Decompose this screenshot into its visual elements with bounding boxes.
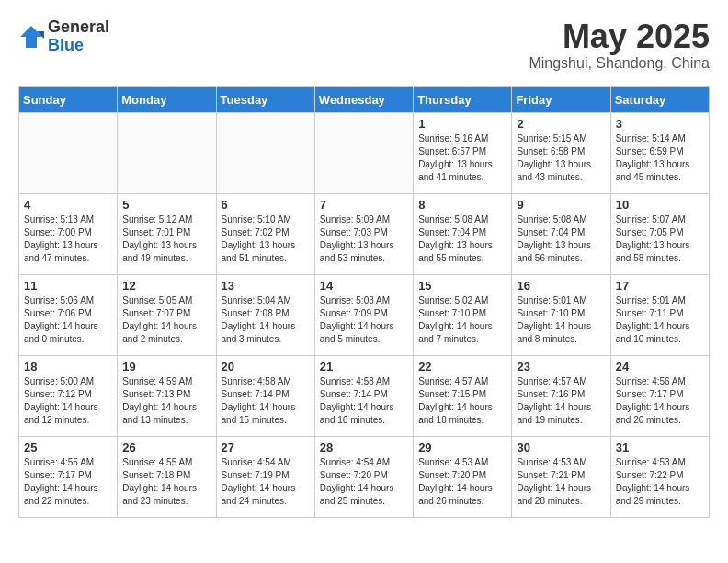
header-friday: Friday [512,86,610,112]
calendar-cell: 28Sunrise: 4:54 AM Sunset: 7:20 PM Dayli… [314,436,413,517]
day-info: Sunrise: 4:56 AM Sunset: 7:17 PM Dayligh… [616,375,704,427]
calendar-cell: 14Sunrise: 5:03 AM Sunset: 7:09 PM Dayli… [314,274,413,355]
logo-icon [18,24,44,50]
day-number: 8 [418,198,506,212]
day-info: Sunrise: 5:04 AM Sunset: 7:08 PM Dayligh… [222,294,310,346]
day-info: Sunrise: 5:08 AM Sunset: 7:04 PM Dayligh… [418,213,506,265]
day-info: Sunrise: 5:07 AM Sunset: 7:05 PM Dayligh… [616,213,704,265]
calendar-cell: 11Sunrise: 5:06 AM Sunset: 7:06 PM Dayli… [19,274,118,355]
day-number: 16 [517,279,605,293]
calendar-cell [314,112,413,193]
day-info: Sunrise: 5:02 AM Sunset: 7:10 PM Dayligh… [418,294,506,346]
calendar-cell: 1Sunrise: 5:16 AM Sunset: 6:57 PM Daylig… [414,112,512,193]
day-info: Sunrise: 5:01 AM Sunset: 7:11 PM Dayligh… [616,294,704,346]
calendar-cell: 25Sunrise: 4:55 AM Sunset: 7:17 PM Dayli… [19,436,118,517]
calendar-cell: 5Sunrise: 5:12 AM Sunset: 7:01 PM Daylig… [118,193,216,274]
day-info: Sunrise: 4:55 AM Sunset: 7:18 PM Dayligh… [122,456,210,508]
day-number: 22 [418,360,506,373]
day-number: 11 [24,279,112,293]
day-number: 19 [122,360,210,373]
calendar-cell: 17Sunrise: 5:01 AM Sunset: 7:11 PM Dayli… [610,274,709,355]
day-number: 31 [616,441,704,454]
day-info: Sunrise: 5:13 AM Sunset: 7:00 PM Dayligh… [24,213,112,265]
day-number: 10 [616,198,704,212]
month-title: May 2025 [529,18,710,55]
calendar-cell: 26Sunrise: 4:55 AM Sunset: 7:18 PM Dayli… [118,436,216,517]
day-number: 29 [418,441,506,454]
day-number: 23 [517,360,605,373]
day-info: Sunrise: 5:01 AM Sunset: 7:10 PM Dayligh… [517,294,605,346]
day-number: 9 [517,198,605,212]
header-tuesday: Tuesday [216,86,314,112]
calendar-cell: 13Sunrise: 5:04 AM Sunset: 7:08 PM Dayli… [216,274,314,355]
day-number: 6 [222,198,310,212]
calendar-header-row: Sunday Monday Tuesday Wednesday Thursday… [19,86,710,112]
header-thursday: Thursday [414,86,512,112]
calendar-cell: 19Sunrise: 4:59 AM Sunset: 7:13 PM Dayli… [118,355,216,436]
calendar-cell: 4Sunrise: 5:13 AM Sunset: 7:00 PM Daylig… [19,193,118,274]
title-block: May 2025 Mingshui, Shandong, China [529,18,710,72]
day-info: Sunrise: 4:58 AM Sunset: 7:14 PM Dayligh… [222,375,310,427]
day-info: Sunrise: 4:53 AM Sunset: 7:22 PM Dayligh… [616,456,704,508]
calendar-cell: 2Sunrise: 5:15 AM Sunset: 6:58 PM Daylig… [512,112,610,193]
page-header: General Blue May 2025 Mingshui, Shandong… [18,18,710,72]
day-number: 14 [320,279,408,293]
day-number: 1 [418,117,506,131]
day-number: 15 [418,279,506,293]
week-row-2: 4Sunrise: 5:13 AM Sunset: 7:00 PM Daylig… [19,193,710,274]
location-subtitle: Mingshui, Shandong, China [529,55,710,72]
calendar-cell: 7Sunrise: 5:09 AM Sunset: 7:03 PM Daylig… [314,193,413,274]
day-number: 18 [24,360,112,373]
day-number: 4 [24,198,112,212]
day-number: 24 [616,360,704,373]
calendar-cell: 8Sunrise: 5:08 AM Sunset: 7:04 PM Daylig… [414,193,512,274]
day-number: 21 [320,360,408,373]
day-number: 17 [616,279,704,293]
day-info: Sunrise: 5:15 AM Sunset: 6:58 PM Dayligh… [517,132,605,184]
header-monday: Monday [118,86,216,112]
day-number: 13 [222,279,310,293]
day-info: Sunrise: 5:05 AM Sunset: 7:07 PM Dayligh… [122,294,210,346]
day-number: 28 [320,441,408,454]
day-info: Sunrise: 4:54 AM Sunset: 7:20 PM Dayligh… [320,456,408,508]
logo-general-text: General [48,18,109,37]
week-row-3: 11Sunrise: 5:06 AM Sunset: 7:06 PM Dayli… [19,274,710,355]
day-info: Sunrise: 5:14 AM Sunset: 6:59 PM Dayligh… [616,132,704,184]
day-number: 12 [122,279,210,293]
calendar-cell: 30Sunrise: 4:53 AM Sunset: 7:21 PM Dayli… [512,436,610,517]
week-row-5: 25Sunrise: 4:55 AM Sunset: 7:17 PM Dayli… [19,436,710,517]
day-number: 3 [616,117,704,131]
calendar-cell: 6Sunrise: 5:10 AM Sunset: 7:02 PM Daylig… [216,193,314,274]
day-info: Sunrise: 5:16 AM Sunset: 6:57 PM Dayligh… [418,132,506,184]
calendar-cell: 16Sunrise: 5:01 AM Sunset: 7:10 PM Dayli… [512,274,610,355]
header-saturday: Saturday [610,86,709,112]
calendar-cell [216,112,314,193]
calendar-cell: 15Sunrise: 5:02 AM Sunset: 7:10 PM Dayli… [414,274,512,355]
day-number: 30 [517,441,605,454]
day-info: Sunrise: 4:57 AM Sunset: 7:15 PM Dayligh… [418,375,506,427]
calendar-cell: 18Sunrise: 5:00 AM Sunset: 7:12 PM Dayli… [19,355,118,436]
day-info: Sunrise: 4:54 AM Sunset: 7:19 PM Dayligh… [222,456,310,508]
calendar-cell [118,112,216,193]
calendar-cell: 24Sunrise: 4:56 AM Sunset: 7:17 PM Dayli… [610,355,709,436]
calendar-cell: 21Sunrise: 4:58 AM Sunset: 7:14 PM Dayli… [314,355,413,436]
day-info: Sunrise: 4:57 AM Sunset: 7:16 PM Dayligh… [517,375,605,427]
calendar-cell: 12Sunrise: 5:05 AM Sunset: 7:07 PM Dayli… [118,274,216,355]
day-info: Sunrise: 5:09 AM Sunset: 7:03 PM Dayligh… [320,213,408,265]
day-info: Sunrise: 4:59 AM Sunset: 7:13 PM Dayligh… [122,375,210,427]
calendar-cell: 20Sunrise: 4:58 AM Sunset: 7:14 PM Dayli… [216,355,314,436]
day-number: 25 [24,441,112,454]
day-number: 27 [222,441,310,454]
calendar-cell [19,112,118,193]
calendar-table: Sunday Monday Tuesday Wednesday Thursday… [18,86,710,518]
svg-marker-0 [20,26,42,48]
day-info: Sunrise: 5:12 AM Sunset: 7:01 PM Dayligh… [122,213,210,265]
day-info: Sunrise: 5:10 AM Sunset: 7:02 PM Dayligh… [222,213,310,265]
day-info: Sunrise: 4:53 AM Sunset: 7:20 PM Dayligh… [418,456,506,508]
day-info: Sunrise: 4:58 AM Sunset: 7:14 PM Dayligh… [320,375,408,427]
logo: General Blue [18,18,109,55]
day-number: 26 [122,441,210,454]
day-info: Sunrise: 5:06 AM Sunset: 7:06 PM Dayligh… [24,294,112,346]
calendar-cell: 27Sunrise: 4:54 AM Sunset: 7:19 PM Dayli… [216,436,314,517]
week-row-1: 1Sunrise: 5:16 AM Sunset: 6:57 PM Daylig… [19,112,710,193]
